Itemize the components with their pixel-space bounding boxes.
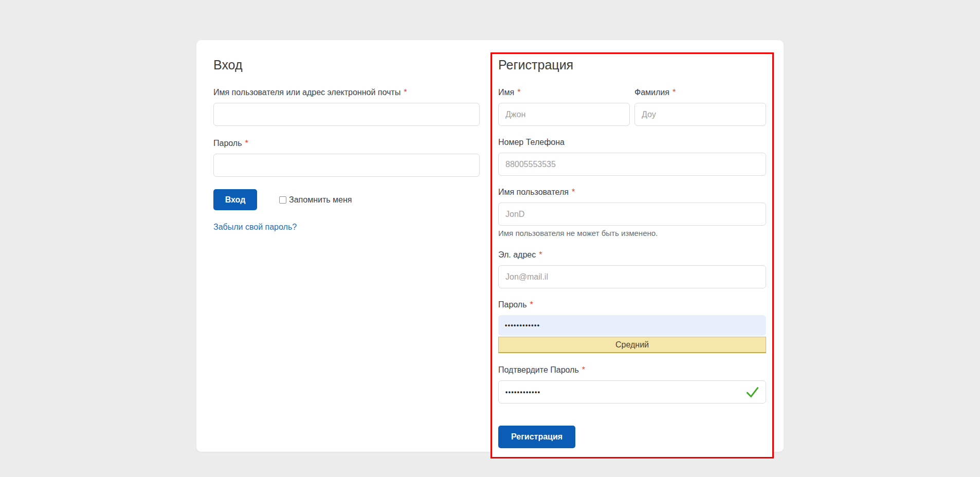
- first-name-input[interactable]: [498, 103, 630, 126]
- email-label-text: Эл. адрес: [498, 250, 536, 259]
- first-name-label: Имя*: [498, 87, 630, 98]
- required-asterisk: *: [673, 88, 676, 97]
- phone-field: Номер Телефона: [498, 137, 766, 176]
- required-asterisk: *: [404, 88, 407, 97]
- remember-me-checkbox[interactable]: [279, 196, 286, 204]
- username-helper-text: Имя пользователя не может быть изменено.: [498, 228, 766, 238]
- first-name-label-text: Имя: [498, 88, 514, 97]
- login-section: Вход Имя пользователя или адрес электрон…: [213, 57, 480, 232]
- required-asterisk: *: [517, 88, 520, 97]
- confirm-password-input[interactable]: [498, 380, 766, 403]
- login-username-label: Имя пользователя или адрес электронной п…: [213, 87, 480, 98]
- name-fields-row: Имя* Фамилия*: [498, 87, 766, 126]
- phone-input[interactable]: [498, 153, 766, 176]
- confirm-password-label: Подтвердите Пароль*: [498, 365, 766, 375]
- register-password-label: Пароль*: [498, 300, 766, 310]
- last-name-input[interactable]: [634, 103, 766, 126]
- password-strength-indicator: Средний: [498, 337, 766, 353]
- login-password-label-text: Пароль: [213, 139, 242, 148]
- remember-me-label: Запомнить меня: [289, 195, 352, 205]
- required-asterisk: *: [582, 365, 585, 374]
- password-match-check-icon: [746, 385, 759, 399]
- username-field: Имя пользователя* Имя пользователя не мо…: [498, 187, 766, 238]
- remember-me-group: Запомнить меня: [279, 195, 352, 205]
- required-asterisk: *: [530, 300, 533, 309]
- login-title: Вход: [213, 57, 480, 72]
- email-label: Эл. адрес*: [498, 250, 766, 260]
- register-button[interactable]: Регистрация: [498, 426, 575, 448]
- register-password-input[interactable]: [498, 315, 766, 336]
- login-username-label-text: Имя пользователя или адрес электронной п…: [213, 88, 401, 97]
- phone-label-text: Номер Телефона: [498, 138, 565, 146]
- confirm-password-field: Подтвердите Пароль*: [498, 365, 766, 403]
- email-field: Эл. адрес*: [498, 250, 766, 288]
- last-name-label-text: Фамилия: [634, 88, 669, 97]
- login-username-row: Имя пользователя или адрес электронной п…: [213, 87, 480, 126]
- login-actions-row: Вход Запомнить меня: [213, 189, 480, 210]
- required-asterisk: *: [245, 139, 248, 148]
- username-input[interactable]: [498, 203, 766, 226]
- login-password-row: Пароль*: [213, 138, 480, 177]
- required-asterisk: *: [572, 188, 575, 196]
- login-username-input[interactable]: [213, 103, 480, 126]
- username-label-text: Имя пользователя: [498, 188, 569, 196]
- page-background: Вход Имя пользователя или адрес электрон…: [0, 0, 980, 477]
- register-password-label-text: Пароль: [498, 300, 527, 309]
- register-section-highlighted: Регистрация Имя* Фамилия* Номер: [491, 52, 774, 458]
- lost-password-link[interactable]: Забыли свой пароль?: [213, 223, 297, 232]
- required-asterisk: *: [539, 250, 542, 259]
- login-password-label: Пароль*: [213, 138, 480, 149]
- confirm-password-label-text: Подтвердите Пароль: [498, 365, 579, 374]
- phone-label: Номер Телефона: [498, 137, 766, 148]
- last-name-label: Фамилия*: [634, 87, 766, 98]
- confirm-password-wrapper: [498, 380, 766, 403]
- login-password-input[interactable]: [213, 154, 480, 177]
- register-title: Регистрация: [498, 57, 766, 72]
- first-name-field: Имя*: [498, 87, 630, 126]
- account-card: Вход Имя пользователя или адрес электрон…: [196, 40, 784, 452]
- last-name-field: Фамилия*: [634, 87, 766, 126]
- register-password-field: Пароль* Средний: [498, 300, 766, 353]
- email-input[interactable]: [498, 265, 766, 288]
- username-label: Имя пользователя*: [498, 187, 766, 197]
- login-button[interactable]: Вход: [213, 189, 257, 210]
